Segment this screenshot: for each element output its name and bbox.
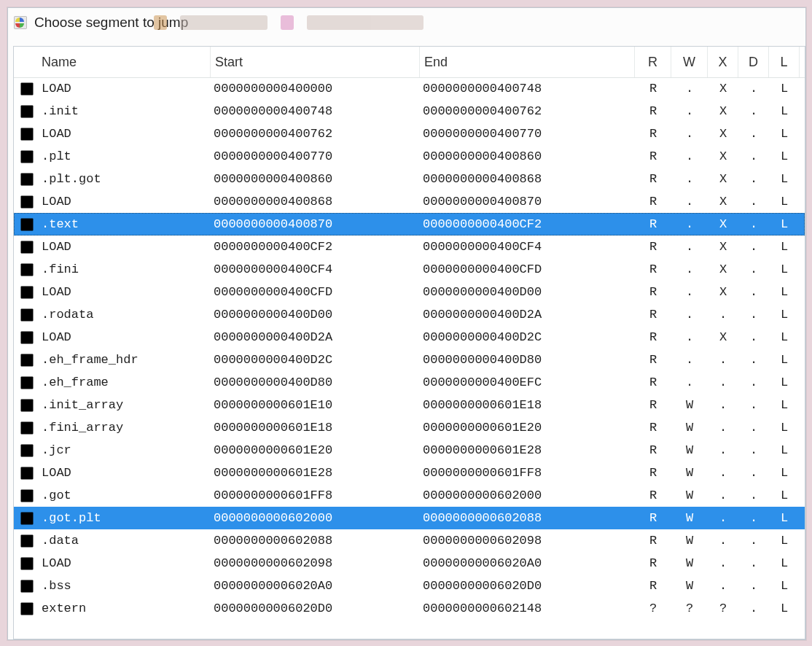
header-name[interactable]: Name — [37, 47, 211, 77]
cell-start: 00000000006020D0 — [211, 602, 420, 615]
cell-l: L — [769, 489, 800, 502]
titlebar[interactable]: Choose segment to jump — [8, 8, 805, 37]
cell-start: 0000000000602098 — [211, 556, 420, 570]
cell-end: 0000000000400868 — [420, 172, 635, 186]
header-icon-col — [14, 47, 37, 77]
cell-d: . — [738, 353, 769, 367]
table-row[interactable]: LOAD0000000000601E280000000000601FF8RW..… — [14, 462, 805, 484]
cell-d: . — [738, 172, 769, 186]
cell-start: 0000000000601E18 — [211, 421, 420, 435]
cell-l: L — [769, 421, 800, 435]
table-row[interactable]: .init00000000004007480000000000400762R.X… — [14, 100, 805, 122]
table-row[interactable]: .jcr0000000000601E200000000000601E28RW..… — [14, 439, 805, 462]
cell-name: LOAD — [37, 195, 211, 209]
cell-d: . — [738, 421, 769, 435]
cell-end: 00000000006020D0 — [420, 579, 635, 593]
cell-end: 0000000000400870 — [420, 195, 635, 209]
segment-icon — [14, 602, 37, 615]
cell-start: 0000000000400CFD — [211, 285, 420, 299]
header-w[interactable]: W — [671, 47, 708, 77]
table-row[interactable]: .fini0000000000400CF40000000000400CFDR.X… — [14, 258, 805, 281]
table-row[interactable]: .text00000000004008700000000000400CF2R.X… — [14, 213, 805, 236]
table-header: Name Start End R W X D L — [14, 47, 805, 78]
table-row[interactable]: LOAD000000000060209800000000006020A0RW..… — [14, 552, 805, 575]
cell-name: .data — [37, 534, 211, 548]
cell-d: . — [738, 511, 769, 525]
header-end[interactable]: End — [420, 47, 635, 77]
cell-r: R — [635, 172, 671, 186]
table-row[interactable]: .got.plt00000000006020000000000000602088… — [14, 507, 805, 529]
cell-l: L — [769, 127, 800, 141]
table-row[interactable]: LOAD00000000004008680000000000400870R.X.… — [14, 190, 805, 213]
cell-name: LOAD — [37, 127, 211, 141]
table-row[interactable]: .plt.got00000000004008600000000000400868… — [14, 168, 805, 190]
cell-w: W — [671, 556, 708, 570]
cell-start: 0000000000400860 — [211, 172, 420, 186]
table-row[interactable]: LOAD00000000004000000000000000400748R.X.… — [14, 77, 805, 100]
segment-icon — [14, 308, 37, 322]
segment-icon — [14, 331, 37, 344]
cell-w: . — [671, 308, 708, 322]
cell-name: .got — [37, 489, 211, 502]
cell-name: .bss — [37, 579, 211, 593]
cell-name: LOAD — [37, 285, 211, 299]
cell-r: R — [635, 375, 671, 389]
table-row[interactable]: LOAD0000000000400CF20000000000400CF4R.X.… — [14, 236, 805, 258]
cell-x: ? — [708, 602, 738, 615]
segment-icon — [14, 218, 37, 231]
table-row[interactable]: .rodata0000000000400D000000000000400D2AR… — [14, 303, 805, 326]
cell-w: W — [671, 466, 708, 480]
cell-start: 0000000000400D00 — [211, 308, 420, 322]
table-row[interactable]: extern00000000006020D00000000000602148??… — [14, 597, 805, 620]
cell-start: 0000000000601FF8 — [211, 489, 420, 502]
table-row[interactable]: .fini_array0000000000601E180000000000601… — [14, 416, 805, 439]
cell-end: 0000000000400762 — [420, 104, 635, 118]
cell-r: R — [635, 466, 671, 480]
cell-end: 0000000000601E28 — [420, 443, 635, 457]
cell-d: . — [738, 489, 769, 502]
cell-name: extern — [37, 602, 211, 615]
segment-icon — [14, 354, 37, 367]
cell-end: 0000000000400CFD — [420, 262, 635, 276]
cell-l: L — [769, 104, 800, 118]
cell-x: . — [708, 489, 738, 502]
header-l[interactable]: L — [769, 47, 800, 77]
table-row[interactable]: .got0000000000601FF80000000000602000RW..… — [14, 484, 805, 507]
window-title: Choose segment to jump — [34, 15, 188, 31]
table-row[interactable]: .eh_frame_hdr0000000000400D2C00000000004… — [14, 349, 805, 371]
header-r[interactable]: R — [635, 47, 671, 77]
cell-start: 0000000000400D2C — [211, 353, 420, 367]
cell-name: .text — [37, 217, 211, 231]
segment-icon — [14, 467, 37, 480]
table-row[interactable]: .plt00000000004007700000000000400860R.X.… — [14, 145, 805, 168]
cell-w: W — [671, 421, 708, 435]
cell-name: .init_array — [37, 398, 211, 412]
table-row[interactable]: LOAD00000000004007620000000000400770R.X.… — [14, 122, 805, 145]
cell-name: .jcr — [37, 443, 211, 457]
header-d[interactable]: D — [738, 47, 769, 77]
cell-r: R — [635, 511, 671, 525]
cell-r: R — [635, 421, 671, 435]
cell-d: . — [738, 308, 769, 322]
table-row[interactable]: LOAD0000000000400CFD0000000000400D00R.X.… — [14, 281, 805, 303]
cell-r: R — [635, 579, 671, 593]
header-x[interactable]: X — [708, 47, 738, 77]
cell-start: 0000000000400770 — [211, 149, 420, 163]
header-start[interactable]: Start — [211, 47, 420, 77]
cell-x: X — [708, 104, 738, 118]
cell-w: . — [671, 172, 708, 186]
cell-w: W — [671, 534, 708, 548]
table-row[interactable]: .data00000000006020880000000000602098RW.… — [14, 529, 805, 552]
segment-icon — [14, 580, 37, 593]
cell-end: 0000000000400D2C — [420, 330, 635, 344]
cell-l: L — [769, 353, 800, 367]
table-row[interactable]: .eh_frame0000000000400D800000000000400EF… — [14, 371, 805, 394]
table-row[interactable]: .bss00000000006020A000000000006020D0RW..… — [14, 575, 805, 597]
table-row[interactable]: .init_array0000000000601E100000000000601… — [14, 394, 805, 416]
table-row[interactable]: LOAD0000000000400D2A0000000000400D2CR.X.… — [14, 326, 805, 349]
cell-l: L — [769, 308, 800, 322]
cell-x: X — [708, 217, 738, 231]
cell-r: R — [635, 534, 671, 548]
cell-start: 0000000000602000 — [211, 511, 420, 525]
segment-icon — [14, 241, 37, 254]
